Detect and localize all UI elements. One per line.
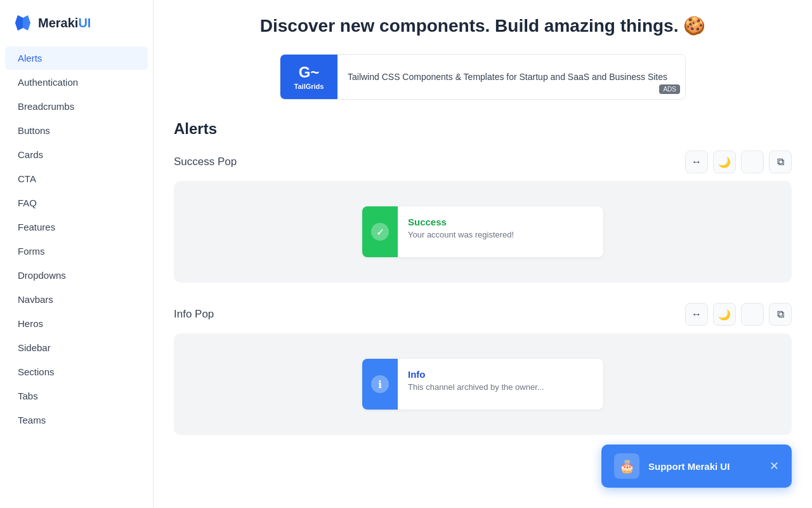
ad-banner: G~ TailGrids Tailwind CSS Components & T…: [280, 54, 686, 100]
toast-close-button[interactable]: ✕: [769, 459, 779, 473]
resize-icon[interactable]: ↔: [685, 150, 708, 173]
toast-icon: 🎂: [614, 453, 639, 479]
alert-desc-0: Your account was registered!: [408, 230, 514, 239]
code-icon[interactable]: [741, 150, 764, 173]
sidebar: MerakiUI AlertsAuthenticationBreadcrumbs…: [0, 0, 154, 508]
component-header-0: Success Pop ↔🌙⧉: [174, 150, 792, 173]
sidebar-item-forms[interactable]: Forms: [5, 239, 148, 263]
sidebar-item-navbars[interactable]: Navbars: [5, 288, 148, 311]
components-container: Success Pop ↔🌙⧉ ✓ Success Your account w…: [174, 150, 792, 435]
component-name-1: Info Pop: [174, 308, 214, 321]
sidebar-item-buttons[interactable]: Buttons: [5, 119, 148, 142]
sidebar-item-tabs[interactable]: Tabs: [5, 384, 148, 408]
component-block-1: Info Pop ↔🌙⧉ ℹ Info This channel archive…: [174, 303, 792, 435]
sidebar-item-sidebar[interactable]: Sidebar: [5, 336, 148, 359]
copy-icon[interactable]: ⧉: [769, 303, 792, 326]
dark-mode-icon[interactable]: 🌙: [713, 150, 736, 173]
ad-logo: G~ TailGrids: [280, 55, 337, 99]
sidebar-item-authentication[interactable]: Authentication: [5, 70, 148, 94]
nav-list: AlertsAuthenticationBreadcrumbsButtonsCa…: [0, 46, 153, 432]
sidebar-item-faq[interactable]: FAQ: [5, 191, 148, 215]
code-icon[interactable]: [741, 303, 764, 326]
sidebar-item-features[interactable]: Features: [5, 215, 148, 239]
logo: MerakiUI: [0, 10, 153, 46]
component-header-1: Info Pop ↔🌙⧉: [174, 303, 792, 326]
sidebar-item-teams[interactable]: Teams: [5, 408, 148, 432]
toolbar-1: ↔🌙⧉: [685, 303, 792, 326]
main-content: Discover new components. Build amazing t…: [154, 0, 812, 508]
alert-card-0: ✓ Success Your account was registered!: [362, 206, 603, 257]
ad-logo-subtext: TailGrids: [294, 83, 324, 90]
ads-badge: ADS: [659, 84, 680, 94]
section-title: Alerts: [174, 120, 792, 138]
logo-text: MerakiUI: [38, 16, 91, 30]
preview-area-1: ℹ Info This channel archived by the owne…: [174, 333, 792, 435]
copy-icon[interactable]: ⧉: [769, 150, 792, 173]
alert-icon-0: ✓: [371, 223, 389, 241]
sidebar-item-alerts[interactable]: Alerts: [5, 46, 148, 70]
support-toast[interactable]: 🎂 Support Meraki UI ✕: [601, 444, 792, 488]
sidebar-item-sections[interactable]: Sections: [5, 360, 148, 384]
alert-content-0: Success Your account was registered!: [398, 206, 524, 250]
alert-icon-1: ℹ: [371, 375, 389, 393]
logo-icon: [13, 13, 33, 33]
sidebar-item-breadcrumbs[interactable]: Breadcrumbs: [5, 95, 148, 118]
alert-content-1: Info This channel archived by the owner.…: [398, 359, 554, 402]
alert-title-1: Info: [408, 369, 544, 380]
ad-logo-letter: G~: [299, 64, 320, 81]
resize-icon[interactable]: ↔: [685, 303, 708, 326]
ad-text: Tailwind CSS Components & Templates for …: [337, 63, 678, 91]
preview-area-0: ✓ Success Your account was registered!: [174, 181, 792, 283]
alert-icon-block-0: ✓: [362, 206, 398, 257]
sidebar-item-cta[interactable]: CTA: [5, 167, 148, 190]
component-name-0: Success Pop: [174, 156, 237, 168]
hero-title: Discover new components. Build amazing t…: [174, 15, 792, 36]
dark-mode-icon[interactable]: 🌙: [713, 303, 736, 326]
component-block-0: Success Pop ↔🌙⧉ ✓ Success Your account w…: [174, 150, 792, 283]
alert-icon-block-1: ℹ: [362, 359, 398, 410]
toolbar-0: ↔🌙⧉: [685, 150, 792, 173]
alert-desc-1: This channel archived by the owner...: [408, 382, 544, 392]
toast-text: Support Meraki UI: [648, 461, 761, 472]
sidebar-item-cards[interactable]: Cards: [5, 143, 148, 166]
alert-title-0: Success: [408, 217, 514, 227]
alert-card-1: ℹ Info This channel archived by the owne…: [362, 359, 603, 410]
sidebar-item-dropdowns[interactable]: Dropdowns: [5, 264, 148, 287]
sidebar-item-heros[interactable]: Heros: [5, 312, 148, 335]
